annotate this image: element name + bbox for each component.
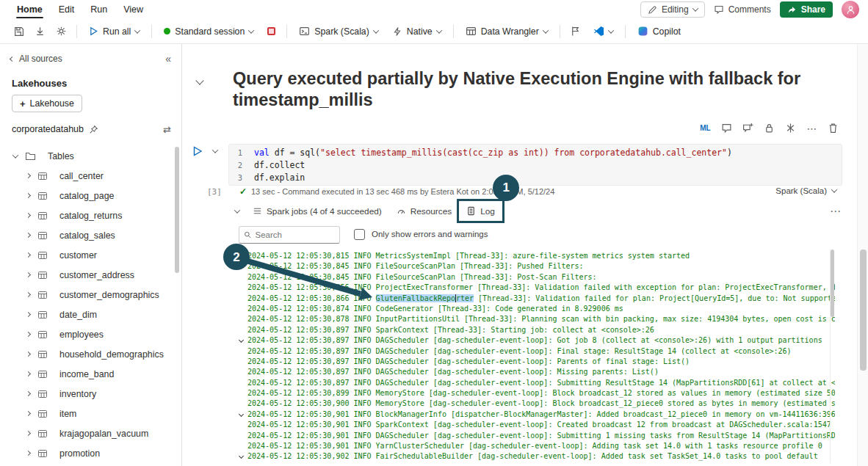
chevron-right-icon[interactable]: [26, 233, 31, 238]
sidebar-item-date_dim[interactable]: date_dim: [0, 305, 181, 324]
data-wrangler-dropdown[interactable]: Data Wrangler: [460, 22, 554, 41]
success-check-icon: ✓: [239, 186, 247, 197]
add-lakehouse-label: Lakehouse: [30, 98, 74, 109]
sidebar-item-catalog_page[interactable]: catalog_page: [0, 186, 181, 205]
sidebar-item-income_band[interactable]: income_band: [0, 364, 181, 384]
cell-language-dropdown[interactable]: Spark (Scala): [775, 186, 836, 195]
copilot-button[interactable]: Copilot: [632, 22, 687, 41]
editing-mode-dropdown[interactable]: Editing: [640, 1, 705, 18]
tab-resources[interactable]: Resources: [389, 201, 459, 221]
collapse-title-chevron[interactable]: [195, 76, 203, 84]
sidebar-item-krajagopalan_vacuum[interactable]: krajagopalan_vacuum: [0, 423, 181, 443]
tab-spark-jobs-label: Spark jobs (4 of 4 succeeded): [267, 206, 382, 216]
chevron-down-icon: [248, 27, 254, 33]
delete-cell-icon[interactable]: [827, 122, 839, 134]
log-search[interactable]: [239, 226, 340, 244]
chevron-right-icon[interactable]: [26, 312, 31, 317]
settings-gear-icon[interactable]: [51, 22, 70, 41]
tables-folder-row[interactable]: Tables: [0, 146, 181, 166]
add-comment-icon[interactable]: [742, 122, 754, 134]
chevron-right-icon[interactable]: [26, 252, 31, 258]
chevron-right-icon[interactable]: [26, 451, 31, 456]
language-dropdown[interactable]: Spark (Scala): [293, 22, 384, 41]
sidebar-item-inventory[interactable]: inventory: [0, 384, 181, 404]
chevron-right-icon[interactable]: [26, 371, 31, 376]
toolbar-divider: [76, 25, 77, 38]
sidebar-item-employees[interactable]: employees: [0, 324, 181, 344]
chevron-right-icon[interactable]: [26, 173, 31, 178]
chevron-right-icon[interactable]: [26, 332, 31, 337]
pin-icon[interactable]: [89, 125, 98, 134]
log-scrollbar[interactable]: [830, 250, 835, 463]
download-icon[interactable]: [30, 22, 49, 41]
lock-cell-icon[interactable]: [763, 122, 775, 134]
sidebar-item-household_demographics[interactable]: household_demographics: [0, 344, 181, 364]
collapse-pane-icon[interactable]: «: [165, 53, 171, 65]
session-dropdown[interactable]: Standard session: [158, 22, 259, 41]
menu-tab-edit[interactable]: Edit: [51, 0, 83, 19]
chevron-right-icon[interactable]: [26, 193, 31, 198]
add-lakehouse-button[interactable]: + Lakehouse: [12, 95, 82, 112]
switch-source-icon[interactable]: ⇄: [163, 124, 171, 135]
lakehouse-source-row[interactable]: corporatedatahub ⇄: [0, 117, 181, 142]
toolbar-divider: [560, 25, 560, 38]
sidebar-item-customer_demographics[interactable]: customer_demographics: [0, 285, 181, 305]
chevron-right-icon[interactable]: [26, 391, 31, 396]
cell-collapse-chevron[interactable]: [212, 147, 218, 153]
sidebar-item-customer[interactable]: customer: [0, 245, 181, 265]
chevron-right-icon[interactable]: [26, 292, 31, 297]
tab-log-label: Log: [480, 206, 495, 216]
ml-icon[interactable]: ML: [699, 122, 712, 134]
chevron-down-icon[interactable]: [12, 152, 18, 158]
chevron-right-icon[interactable]: [26, 431, 31, 436]
avatar[interactable]: [842, 1, 859, 18]
collapse-results-chevron[interactable]: [234, 207, 240, 213]
tab-log[interactable]: Log 1: [459, 201, 502, 221]
share-button[interactable]: Share: [780, 1, 833, 18]
chevron-right-icon[interactable]: [26, 272, 31, 277]
sidebar-item-item[interactable]: item: [0, 404, 181, 423]
log-scrollbar-thumb[interactable]: [831, 250, 834, 317]
run-all-button[interactable]: Run all: [83, 22, 145, 41]
chevron-down-icon[interactable]: [239, 454, 244, 459]
chevron-right-icon[interactable]: [26, 213, 31, 218]
menu-tab-run[interactable]: Run: [82, 0, 115, 19]
comment-icon[interactable]: [720, 122, 733, 134]
menu-tab-view[interactable]: View: [115, 0, 151, 19]
chevron-right-icon[interactable]: [26, 352, 31, 357]
share-label: Share: [801, 4, 825, 15]
more-options-icon[interactable]: ⋯: [830, 205, 841, 218]
freeze-cell-icon[interactable]: [784, 122, 797, 134]
chevron-down-icon: [542, 27, 548, 33]
chevron-down-icon[interactable]: [239, 338, 244, 343]
tab-spark-jobs[interactable]: Spark jobs (4 of 4 succeeded): [245, 201, 389, 221]
page-scrollbar[interactable]: [857, 44, 868, 466]
code-text: df.collect: [254, 159, 305, 172]
vscode-button[interactable]: [587, 22, 619, 41]
sidebar-item-catalog_returns[interactable]: catalog_returns: [0, 205, 181, 225]
log-text: 2024-05-12 12:05:30,866 INFO GlutenFallb…: [247, 294, 835, 302]
comments-button[interactable]: Comments: [714, 4, 771, 15]
sidebar-item-customer_address[interactable]: customer_address: [0, 265, 181, 285]
run-cell-button[interactable]: [192, 146, 203, 156]
engine-dropdown[interactable]: Native: [386, 22, 447, 41]
sidebar-scrollbar-thumb[interactable]: [175, 147, 179, 273]
menu-tab-home[interactable]: Home: [9, 0, 51, 19]
chevron-right-icon[interactable]: [26, 411, 31, 416]
chevron-down-icon[interactable]: [239, 412, 244, 417]
errors-only-checkbox[interactable]: [354, 229, 365, 240]
toolbar-divider: [625, 25, 626, 38]
code-editor[interactable]: 1val df = sql("select timestamp_millis(c…: [228, 144, 842, 186]
sidebar-item-promotion[interactable]: promotion: [0, 443, 181, 463]
save-icon[interactable]: [9, 22, 28, 41]
sidebar-item-call_center[interactable]: call_center: [0, 166, 181, 186]
flag-icon[interactable]: [566, 22, 585, 41]
stop-session-icon[interactable]: [261, 22, 281, 41]
all-sources-back-button[interactable]: All sources: [10, 54, 62, 64]
page-scrollbar-thumb[interactable]: [860, 250, 867, 371]
sidebar-item-catalog_sales[interactable]: catalog_sales: [0, 225, 181, 245]
source-name: corporatedatahub: [12, 124, 84, 134]
search-input[interactable]: [256, 230, 336, 239]
more-options-icon[interactable]: ⋯: [806, 122, 818, 134]
table-name: customer: [59, 250, 97, 261]
